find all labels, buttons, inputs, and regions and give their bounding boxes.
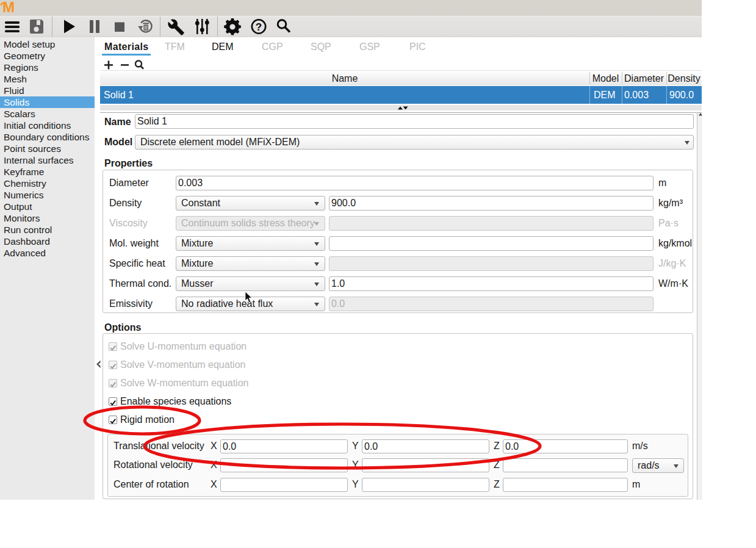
svg-text:?: ?	[256, 21, 262, 33]
